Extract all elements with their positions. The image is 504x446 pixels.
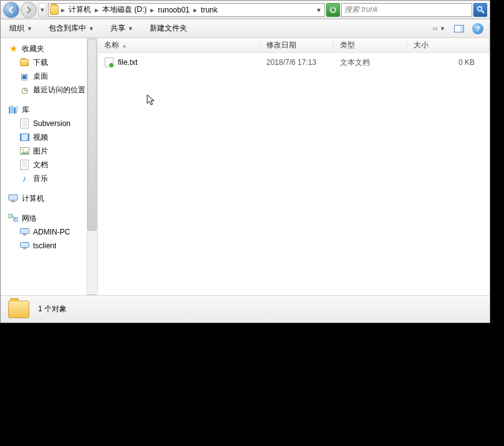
downloads-icon <box>19 57 29 67</box>
breadcrumb-trunk[interactable]: trunk <box>198 4 220 16</box>
music-icon: ♪ <box>19 173 29 183</box>
organize-button[interactable]: 组织▼ <box>7 22 35 36</box>
sort-asc-icon: ▴ <box>123 42 126 49</box>
picture-icon <box>19 146 29 156</box>
svg-line-1 <box>482 11 484 13</box>
breadcrumb-computer[interactable]: 计算机 <box>66 4 94 16</box>
column-type[interactable]: 类型 <box>334 38 407 52</box>
nav-downloads[interactable]: 下载 <box>4 56 95 69</box>
svg-rect-20 <box>11 201 15 202</box>
search-placeholder: 搜索 trunk <box>344 4 378 15</box>
nav-subversion[interactable]: Subversion <box>4 117 95 130</box>
computer-icon <box>19 227 29 237</box>
file-rows: file.txt 2018/7/6 17:13 文本文档 0 KB <box>98 53 490 305</box>
nav-tsclient[interactable]: tsclient <box>4 239 95 253</box>
svg-rect-4 <box>433 28 434 29</box>
command-bar: 组织▼ 包含到库中▼ 共享▼ 新建文件夹 ▼ ? <box>1 19 490 38</box>
text-file-icon <box>104 57 114 67</box>
scroll-thumb[interactable] <box>87 39 97 231</box>
svg-point-0 <box>477 7 482 11</box>
folder-icon <box>8 301 29 318</box>
search-button[interactable] <box>473 3 487 17</box>
chevron-down-icon: ▼ <box>128 26 133 32</box>
refresh-button[interactable] <box>326 3 340 17</box>
nav-favorites[interactable]: ★收藏夹 <box>4 42 95 56</box>
search-input[interactable]: 搜索 trunk <box>341 3 472 17</box>
svg-rect-21 <box>8 214 12 218</box>
computer-icon <box>8 193 18 203</box>
nav-libraries[interactable]: 库 <box>4 103 95 117</box>
breadcrumb-runoob01[interactable]: runoob01 <box>155 4 192 16</box>
svg-rect-5 <box>435 28 437 29</box>
address-dropdown-icon[interactable]: ▾ <box>314 6 323 14</box>
column-modified[interactable]: 修改日期 <box>260 38 334 52</box>
nav-recent[interactable]: ◷最近访问的位置 <box>4 83 95 97</box>
file-name: file.txt <box>118 58 137 67</box>
svg-rect-7 <box>435 29 437 30</box>
svg-rect-2 <box>433 27 434 27</box>
file-type: 文本文档 <box>340 57 370 68</box>
library-icon <box>8 105 18 115</box>
column-name[interactable]: 名称▴ <box>98 38 260 52</box>
breadcrumb-sep-icon[interactable]: ▸ <box>192 6 198 14</box>
nav-music[interactable]: ♪音乐 <box>4 172 95 185</box>
nav-computer[interactable]: 计算机 <box>4 191 95 205</box>
navigation-bar: ▼ ▸ 计算机 ▸ 本地磁盘 (D:) ▸ runoob01 ▸ trunk ▾… <box>1 1 490 19</box>
forward-button[interactable] <box>21 2 37 18</box>
svg-rect-27 <box>23 248 26 250</box>
status-object-count: 1 个对象 <box>38 304 67 314</box>
file-modified: 2018/7/6 17:13 <box>266 58 316 67</box>
nav-documents[interactable]: 文档 <box>4 158 95 172</box>
svg-rect-16 <box>27 133 29 141</box>
view-options-button[interactable]: ▼ <box>432 22 446 35</box>
file-size: 0 KB <box>458 58 475 67</box>
column-headers: 名称▴ 修改日期 类型 大小 <box>98 38 490 53</box>
breadcrumb-sep-icon[interactable]: ▸ <box>94 6 100 14</box>
document-icon <box>19 119 29 128</box>
recent-places-icon: ◷ <box>19 85 29 95</box>
new-folder-button[interactable]: 新建文件夹 <box>147 22 190 36</box>
include-in-library-button[interactable]: 包含到库中▼ <box>46 22 97 36</box>
video-icon <box>19 132 29 142</box>
nav-network[interactable]: 网络 <box>4 211 95 225</box>
svg-rect-12 <box>14 107 16 114</box>
network-icon <box>8 213 18 223</box>
breadcrumb-drive[interactable]: 本地磁盘 (D:) <box>100 4 149 16</box>
nav-scrollbar[interactable]: ▾ <box>87 38 97 305</box>
nav-pictures[interactable]: 图片 <box>4 144 95 158</box>
breadcrumb-sep-icon[interactable]: ▸ <box>149 6 155 14</box>
chevron-down-icon: ▼ <box>27 26 32 32</box>
recent-locations-button[interactable]: ▼ <box>38 3 47 17</box>
svg-rect-13 <box>15 106 18 114</box>
breadcrumb-sep-icon[interactable]: ▸ <box>60 6 66 14</box>
chevron-down-icon: ▼ <box>440 26 445 32</box>
computer-icon <box>19 241 29 251</box>
star-icon: ★ <box>8 44 18 54</box>
folder-icon <box>50 5 60 15</box>
status-bar: 1 个对象 <box>1 295 490 322</box>
column-size[interactable]: 大小 <box>407 38 490 52</box>
chevron-down-icon: ▼ <box>89 26 94 32</box>
back-button[interactable] <box>3 2 19 18</box>
table-row[interactable]: file.txt 2018/7/6 17:13 文本文档 0 KB <box>98 56 490 69</box>
preview-pane-button[interactable] <box>452 22 466 35</box>
svg-rect-24 <box>20 229 29 234</box>
svg-rect-19 <box>9 195 17 200</box>
address-bar[interactable]: ▸ 计算机 ▸ 本地磁盘 (D:) ▸ runoob01 ▸ trunk ▾ <box>48 3 325 17</box>
help-button[interactable]: ? <box>472 23 483 34</box>
svg-rect-14 <box>20 134 29 141</box>
svg-rect-10 <box>9 107 11 114</box>
svg-rect-26 <box>20 243 29 248</box>
svg-rect-15 <box>20 133 22 141</box>
nav-videos[interactable]: 视频 <box>4 130 95 144</box>
nav-admin-pc[interactable]: ADMIN-PC <box>4 225 95 239</box>
svg-rect-6 <box>433 29 434 30</box>
desktop-icon: ▣ <box>19 71 29 81</box>
svg-rect-9 <box>460 26 463 32</box>
file-list-pane: 名称▴ 修改日期 类型 大小 file.txt 2018/7/6 17:13 文… <box>98 38 490 305</box>
explorer-window: ▼ ▸ 计算机 ▸ 本地磁盘 (D:) ▸ runoob01 ▸ trunk ▾… <box>0 0 490 323</box>
navigation-pane: ★收藏夹 下载 ▣桌面 ◷最近访问的位置 库 Subversion 视频 图片 … <box>1 38 98 305</box>
share-button[interactable]: 共享▼ <box>108 22 136 36</box>
nav-desktop[interactable]: ▣桌面 <box>4 69 95 83</box>
svg-point-18 <box>22 148 24 150</box>
